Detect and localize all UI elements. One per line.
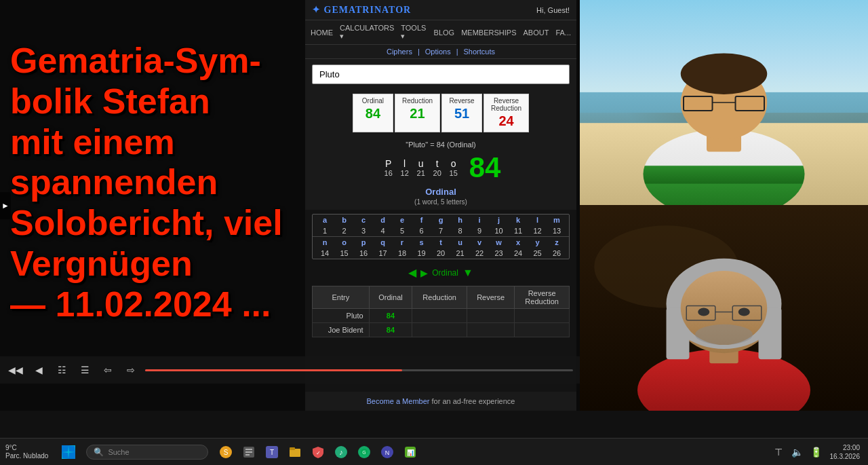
col-entry: Entry [313,286,370,309]
nav-blog[interactable]: BLOG [434,29,455,37]
gematrinator-overlay: ✦ GEMATRINATOR Hi, Guest! HOME CALCULATO… [305,0,576,411]
svg-text:📊: 📊 [407,448,415,456]
svg-point-23 [698,308,709,316]
taskbar: 9°C Parc. Nublado 🔍 Suche S [0,438,868,465]
subnav-ciphers[interactable]: Ciphers [387,48,412,56]
taskbar-search-label: Suche [108,448,129,456]
cipher-rev-red-value: 24 [491,113,521,129]
site-logo: ✦ GEMATRINATOR [312,4,411,16]
taskbar-app-3[interactable]: T [262,443,281,462]
taskbar-app-6[interactable]: ♪ [332,443,351,462]
entries-table: Entry Ordinal Reduction Reverse ReverseR… [312,286,570,337]
letter-l: l 12 [397,158,412,177]
alpha-row-nums-2: 14 15 16 17 18 19 20 21 22 23 24 25 26 [313,248,569,259]
joebident-rev-red [515,323,570,337]
cipher-reverse-value: 51 [449,106,475,122]
cipher-rev-red-label: ReverseReduction [491,97,521,112]
cipher-ordinal[interactable]: Ordinal 84 [353,94,393,132]
nav-calculators[interactable]: CALCULATORS ▾ [340,24,394,41]
svg-text:✓: ✓ [316,450,321,456]
taskbar-app-8[interactable]: N [378,443,397,462]
cipher-prev-button[interactable]: ◀ [408,266,416,279]
nav-memberships[interactable]: MEMBERSHIPS [461,29,516,37]
taskbar-app-4[interactable] [285,443,304,462]
expand-button[interactable]: ⇨ [122,361,140,379]
entry-joebident: Joe Bident [313,323,370,337]
cipher-next-button[interactable]: ▼ [462,267,473,279]
stream-progress-fill [145,369,402,371]
taskbar-clock[interactable]: 23:00 16.3.2026 [827,443,863,461]
svg-rect-25 [62,446,68,451]
rewind-button[interactable]: ◀◀ [7,361,24,379]
step-back-button[interactable]: ◀ [30,361,47,379]
pluto-reverse [467,309,514,323]
col-reduction: Reduction [412,286,467,309]
cipher-ordinal-label: Ordinal [360,97,386,105]
letter-u: u 21 [414,158,429,177]
taskbar-app-2[interactable] [239,443,258,462]
tray-icon-1[interactable]: ⊤ [770,444,787,460]
alpha-row-letters-1: a b c d e f g h i j k l m [313,215,569,225]
member-banner: Become a Member for an ad-free experienc… [305,392,576,411]
taskbar-app-icons: S T ✓ [211,443,425,462]
webcam-top-person [580,0,868,205]
nav-fa[interactable]: FA... [555,29,571,37]
svg-point-24 [738,308,750,316]
nav-home[interactable]: HOME [311,29,333,37]
svg-text:♪: ♪ [340,448,344,456]
nav-about[interactable]: ABOUT [523,29,549,37]
svg-rect-32 [245,449,252,450]
grid-button[interactable]: ☷ [53,361,71,379]
beach-background [580,0,868,205]
joebident-reverse [467,323,514,337]
subnav-shortcuts[interactable]: Shortcuts [464,48,495,56]
subnav-separator2: | [456,48,458,56]
cipher-reduction[interactable]: Reduction 21 [395,94,440,132]
svg-rect-34 [245,454,250,455]
alpha-row-nums-1: 1 2 3 4 5 6 7 8 9 10 11 12 13 [313,225,569,236]
left-arrow-button[interactable]: ► [0,192,11,219]
site-greeting: Hi, Guest! [536,6,570,14]
webcam-top [580,0,868,205]
cipher-reverse-reduction[interactable]: ReverseReduction 24 [484,94,529,132]
pluto-ordinal: 84 [369,309,412,323]
cipher-boxes: Ordinal 84 Reduction 21 Reverse 51 Rever… [305,90,576,136]
taskbar-search-bar[interactable]: 🔍 Suche [86,445,208,460]
svg-rect-28 [69,453,75,458]
taskbar-app-1[interactable]: S [216,443,235,462]
overlay-text-container: Gematria-Sym- bolik Stefan mit einem spa… [10,41,283,325]
taskbar-weather: 9°C Parc. Nublado [0,444,54,460]
tray-icon-2[interactable]: 🔈 [789,444,806,460]
app9-icon: 📊 [403,445,417,459]
taskbar-app-7[interactable]: G [355,443,374,462]
cipher-reverse[interactable]: Reverse 51 [441,94,482,132]
stream-progress-bar[interactable] [145,369,573,371]
webcam-bottom [580,205,868,411]
taskbar-app-5[interactable]: ✓ [309,443,328,462]
subnav-separator1: | [418,48,420,56]
taskbar-start-button[interactable] [54,445,83,459]
tray-icon-3[interactable]: 🔋 [808,444,825,460]
taskbar-app-9[interactable]: 📊 [401,443,420,462]
cipher-icon: ▶ [420,267,428,278]
svg-rect-38 [290,447,295,450]
list-button[interactable]: ☰ [76,361,94,379]
letter-o: o 15 [446,158,461,177]
letter-t: t 20 [430,158,445,177]
subnav-options[interactable]: Options [425,48,451,56]
word-display: P 16 l 12 u 21 t 20 o 15 84 [312,151,570,184]
member-text-suffix: for an ad-free experience [432,397,515,405]
cipher-selector: ◀ ▶ Ordinal ▼ [305,263,576,282]
cipher-reduction-label: Reduction [402,97,433,105]
table-row: Joe Bident 84 [313,323,570,337]
table-header-row: Entry Ordinal Reduction Reverse ReverseR… [313,286,570,309]
nav-tools[interactable]: TOOLS ▾ [401,24,427,41]
alpha-row-letters-2: n o p q r s t u v w x y z [313,236,569,248]
taskbar-right-area: ⊤ 🔈 🔋 23:00 16.3.2026 [765,443,869,461]
search-input[interactable] [312,64,570,84]
member-link[interactable]: Become a Member [367,397,430,405]
browser-icon: G [357,445,371,459]
shrink-button[interactable]: ⇦ [99,361,117,379]
cipher-current-name: Ordinal [432,268,458,278]
stream-controls: ◀◀ ◀ ☷ ☰ ⇦ ⇨ [0,356,580,384]
